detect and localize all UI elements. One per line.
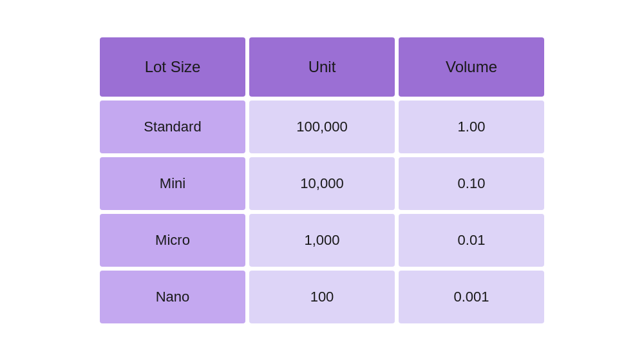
cell-standard-lot-size: Standard	[100, 101, 245, 153]
cell-standard-volume: 1.00	[399, 101, 544, 153]
cell-mini-volume: 0.10	[399, 157, 544, 210]
table-row-micro: Micro 1,000 0.01	[100, 214, 544, 267]
cell-mini-unit: 10,000	[249, 157, 395, 210]
cell-nano-lot-size: Nano	[100, 271, 245, 323]
header-volume: Volume	[399, 37, 544, 97]
table-row-standard: Standard 100,000 1.00	[100, 101, 544, 153]
cell-micro-unit: 1,000	[249, 214, 395, 267]
lot-size-table: Lot Size Unit Volume Standard 100,000 1.…	[100, 37, 544, 327]
cell-mini-lot-size: Mini	[100, 157, 245, 210]
header-lot-size: Lot Size	[100, 37, 245, 97]
table-header-row: Lot Size Unit Volume	[100, 37, 544, 97]
cell-micro-lot-size: Micro	[100, 214, 245, 267]
cell-nano-unit: 100	[249, 271, 395, 323]
table-row-nano: Nano 100 0.001	[100, 271, 544, 323]
cell-micro-volume: 0.01	[399, 214, 544, 267]
cell-nano-volume: 0.001	[399, 271, 544, 323]
table-row-mini: Mini 10,000 0.10	[100, 157, 544, 210]
cell-standard-unit: 100,000	[249, 101, 395, 153]
header-unit: Unit	[249, 37, 395, 97]
